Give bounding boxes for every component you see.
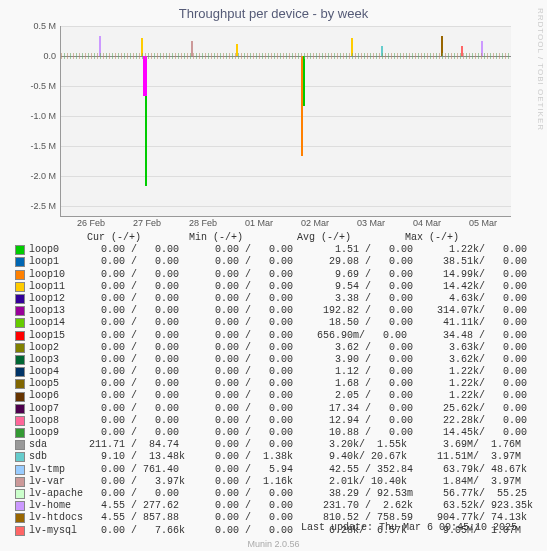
legend-text: loop14 0.00 / 0.00 0.00 / 0.00 18.50 / 0…	[29, 317, 527, 329]
color-swatch	[15, 501, 25, 511]
x-tick-label: 05 Mar	[458, 218, 508, 228]
legend-row: lv-var 0.00 / 3.97k 0.00 / 1.16k 2.01k/ …	[15, 476, 535, 488]
color-swatch	[15, 440, 25, 450]
legend-row: sdb 9.10 / 13.48k 0.00 / 1.38k 9.40k/ 20…	[15, 451, 535, 463]
color-swatch	[15, 270, 25, 280]
color-swatch	[15, 318, 25, 328]
footer-version: Munin 2.0.56	[0, 539, 547, 549]
legend-row: loop12 0.00 / 0.00 0.00 / 0.00 3.38 / 0.…	[15, 293, 535, 305]
legend-text: loop12 0.00 / 0.00 0.00 / 0.00 3.38 / 0.…	[29, 293, 527, 305]
color-swatch	[15, 245, 25, 255]
color-swatch	[15, 343, 25, 353]
legend-text: loop2 0.00 / 0.00 0.00 / 0.00 3.62 / 0.0…	[29, 342, 527, 354]
legend-text: loop0 0.00 / 0.00 0.00 / 0.00 1.51 / 0.0…	[29, 244, 527, 256]
legend-row: loop4 0.00 / 0.00 0.00 / 0.00 1.12 / 0.0…	[15, 366, 535, 378]
color-swatch	[15, 306, 25, 316]
legend-row: loop8 0.00 / 0.00 0.00 / 0.00 12.94 / 0.…	[15, 415, 535, 427]
legend-text: lv-tmp 0.00 / 761.40 0.00 / 5.94 42.55 /…	[29, 464, 527, 476]
x-tick-label: 02 Mar	[290, 218, 340, 228]
x-tick-label: 27 Feb	[122, 218, 172, 228]
legend-row: loop14 0.00 / 0.00 0.00 / 0.00 18.50 / 0…	[15, 317, 535, 329]
legend-row: loop11 0.00 / 0.00 0.00 / 0.00 9.54 / 0.…	[15, 281, 535, 293]
legend-text: loop15 0.00 / 0.00 0.00 / 0.00 656.90m/ …	[29, 330, 527, 342]
legend-row: loop6 0.00 / 0.00 0.00 / 0.00 2.05 / 0.0…	[15, 390, 535, 402]
color-swatch	[15, 526, 25, 536]
legend-text: loop7 0.00 / 0.00 0.00 / 0.00 17.34 / 0.…	[29, 403, 527, 415]
legend-text: loop1 0.00 / 0.00 0.00 / 0.00 29.08 / 0.…	[29, 256, 527, 268]
color-swatch	[15, 257, 25, 267]
y-tick-label: -1.5 M	[16, 141, 56, 151]
legend-row: lv-tmp 0.00 / 761.40 0.00 / 5.94 42.55 /…	[15, 464, 535, 476]
y-tick-label: -2.0 M	[16, 171, 56, 181]
legend-row: sda 211.71 / 84.74 0.00 / 0.00 3.20k/ 1.…	[15, 439, 535, 451]
x-tick-label: 28 Feb	[178, 218, 228, 228]
spike	[303, 56, 305, 106]
color-swatch	[15, 355, 25, 365]
legend-row: lv-home 4.55 / 277.62 0.00 / 0.00 231.70…	[15, 500, 535, 512]
color-swatch	[15, 294, 25, 304]
last-update: Last update: Thu Mar 6 00:45:10 2025	[301, 522, 517, 533]
legend-text: loop6 0.00 / 0.00 0.00 / 0.00 2.05 / 0.0…	[29, 390, 527, 402]
y-tick-label: -2.5 M	[16, 201, 56, 211]
legend-text: loop4 0.00 / 0.00 0.00 / 0.00 1.12 / 0.0…	[29, 366, 527, 378]
legend-text: loop9 0.00 / 0.00 0.00 / 0.00 10.88 / 0.…	[29, 427, 527, 439]
legend-text: loop5 0.00 / 0.00 0.00 / 0.00 1.68 / 0.0…	[29, 378, 527, 390]
spike	[143, 56, 147, 96]
legend-row: loop0 0.00 / 0.00 0.00 / 0.00 1.51 / 0.0…	[15, 244, 535, 256]
color-swatch	[15, 428, 25, 438]
y-tick-label: -0.5 M	[16, 81, 56, 91]
color-swatch	[15, 404, 25, 414]
color-swatch	[15, 331, 25, 341]
legend-row: loop1 0.00 / 0.00 0.00 / 0.00 29.08 / 0.…	[15, 256, 535, 268]
legend-text: lv-home 4.55 / 277.62 0.00 / 0.00 231.70…	[29, 500, 533, 512]
x-tick-label: 01 Mar	[234, 218, 284, 228]
color-swatch	[15, 477, 25, 487]
legend-row: loop2 0.00 / 0.00 0.00 / 0.00 3.62 / 0.0…	[15, 342, 535, 354]
x-tick-label: 03 Mar	[346, 218, 396, 228]
color-swatch	[15, 416, 25, 426]
legend-row: loop13 0.00 / 0.00 0.00 / 0.00 192.82 / …	[15, 305, 535, 317]
color-swatch	[15, 392, 25, 402]
watermark: RRDTOOL / TOBI OETIKER	[536, 8, 545, 131]
y-tick-label: 0.5 M	[16, 21, 56, 31]
legend-row: loop5 0.00 / 0.00 0.00 / 0.00 1.68 / 0.0…	[15, 378, 535, 390]
legend-row: lv-apache 0.00 / 0.00 0.00 / 0.00 38.29 …	[15, 488, 535, 500]
chart-title: Throughput per device - by week	[0, 0, 547, 21]
color-swatch	[15, 452, 25, 462]
legend-text: lv-var 0.00 / 3.97k 0.00 / 1.16k 2.01k/ …	[29, 476, 521, 488]
color-swatch	[15, 489, 25, 499]
legend-header: Cur (-/+) Min (-/+) Avg (-/+) Max (-/+)	[15, 232, 535, 244]
legend-row: loop15 0.00 / 0.00 0.00 / 0.00 656.90m/ …	[15, 330, 535, 342]
x-tick-label: 04 Mar	[402, 218, 452, 228]
legend-text: loop10 0.00 / 0.00 0.00 / 0.00 9.69 / 0.…	[29, 269, 527, 281]
y-tick-label: -1.0 M	[16, 111, 56, 121]
legend-row: loop10 0.00 / 0.00 0.00 / 0.00 9.69 / 0.…	[15, 269, 535, 281]
legend-text: loop11 0.00 / 0.00 0.00 / 0.00 9.54 / 0.…	[29, 281, 527, 293]
color-swatch	[15, 367, 25, 377]
legend-row: loop3 0.00 / 0.00 0.00 / 0.00 3.90 / 0.0…	[15, 354, 535, 366]
legend-text: sda 211.71 / 84.74 0.00 / 0.00 3.20k/ 1.…	[29, 439, 521, 451]
legend-text: sdb 9.10 / 13.48k 0.00 / 1.38k 9.40k/ 20…	[29, 451, 521, 463]
color-swatch	[15, 465, 25, 475]
legend-table: Cur (-/+) Min (-/+) Avg (-/+) Max (-/+) …	[15, 232, 535, 537]
color-swatch	[15, 282, 25, 292]
plot-canvas	[61, 26, 511, 216]
legend-row: loop7 0.00 / 0.00 0.00 / 0.00 17.34 / 0.…	[15, 403, 535, 415]
plot-area: Bytes/second read (-) / write (+) 0.5 M0…	[60, 26, 511, 217]
color-swatch	[15, 379, 25, 389]
legend-text: loop3 0.00 / 0.00 0.00 / 0.00 3.90 / 0.0…	[29, 354, 527, 366]
baseline-fuzz	[61, 53, 511, 59]
legend-text: loop13 0.00 / 0.00 0.00 / 0.00 192.82 / …	[29, 305, 527, 317]
legend-text: loop8 0.00 / 0.00 0.00 / 0.00 12.94 / 0.…	[29, 415, 527, 427]
legend-row: loop9 0.00 / 0.00 0.00 / 0.00 10.88 / 0.…	[15, 427, 535, 439]
legend-text: lv-apache 0.00 / 0.00 0.00 / 0.00 38.29 …	[29, 488, 527, 500]
y-tick-label: 0.0	[16, 51, 56, 61]
x-tick-label: 26 Feb	[66, 218, 116, 228]
color-swatch	[15, 513, 25, 523]
